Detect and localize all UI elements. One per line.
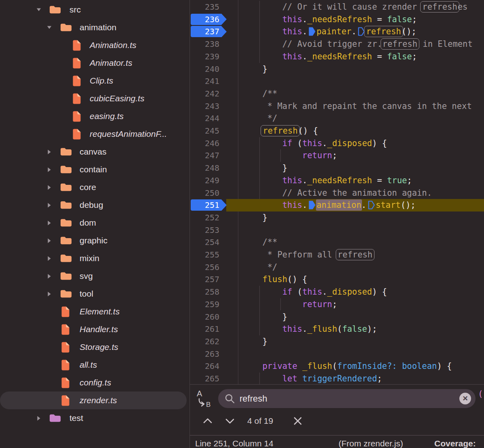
tree-item-label: Storage.ts xyxy=(80,342,118,352)
token: (); xyxy=(401,200,416,210)
tree-expand-chevron[interactable] xyxy=(47,149,53,155)
folder-icon-wrap xyxy=(60,163,73,176)
tree-item-test[interactable]: test xyxy=(0,409,190,427)
close-icon xyxy=(292,415,303,427)
tree-expand-chevron[interactable] xyxy=(47,220,53,226)
chevron-right-icon xyxy=(47,185,52,190)
token: ; xyxy=(412,15,417,24)
folder-icon xyxy=(49,5,61,15)
folder-icon-wrap xyxy=(60,21,73,34)
tree-expand-chevron[interactable] xyxy=(36,7,42,13)
tree-item-zrender-ts[interactable]: zrender.ts xyxy=(0,391,187,409)
tree-item-canvas[interactable]: canvas xyxy=(0,143,190,161)
ide-window: srcanimationAnimation.tsAnimator.tsClip.… xyxy=(0,0,484,448)
tree-item-tool[interactable]: tool xyxy=(0,285,190,303)
tree-item-label: all.ts xyxy=(80,360,97,370)
tree-item-label: mixin xyxy=(80,253,99,263)
tree-item-storage-ts[interactable]: Storage.ts xyxy=(0,338,190,356)
token: */ xyxy=(267,262,278,272)
tree-item-easing-ts[interactable]: easing.ts xyxy=(0,107,190,125)
code-editor[interactable]: 235 // Or it will cause zrender refreshe… xyxy=(190,0,484,384)
token: */ xyxy=(267,113,278,123)
code-text: this._needsRefresh = false; xyxy=(238,13,417,26)
token: = xyxy=(372,52,387,61)
svg-text:A: A xyxy=(197,389,202,398)
line-number: 244 xyxy=(205,112,219,125)
tree-item-src[interactable]: src xyxy=(0,1,190,19)
token: /** xyxy=(262,89,277,98)
tree-expand-chevron[interactable] xyxy=(47,238,53,243)
inlay-hint-icon[interactable] xyxy=(368,201,375,209)
folder-icon xyxy=(60,23,72,33)
line-number: 242 xyxy=(205,88,219,100)
tree-item-graphic[interactable]: graphic xyxy=(0,232,190,249)
tree-expand-chevron[interactable] xyxy=(47,255,53,261)
tree-item-dom[interactable]: dom xyxy=(0,214,190,232)
token: ; xyxy=(377,374,382,383)
tree-item-mixin[interactable]: mixin xyxy=(0,249,190,267)
tree-item-label: Animation.ts xyxy=(90,40,137,50)
tree-expand-chevron[interactable] xyxy=(47,273,53,279)
tree-item-label: canvas xyxy=(80,147,107,157)
tree-item-cubiceasing-ts[interactable]: cubicEasing.ts xyxy=(0,90,190,107)
status-line-column[interactable]: Line 251, Column 14 xyxy=(195,439,274,448)
chevron-right-icon xyxy=(47,149,52,155)
tree-expand-chevron[interactable] xyxy=(47,25,53,30)
tree-item-element-ts[interactable]: Element.ts xyxy=(0,303,190,320)
line-number: 261 xyxy=(205,323,219,335)
status-coverage[interactable]: Coverage: xyxy=(434,439,476,448)
tree-item-svg[interactable]: svg xyxy=(0,267,190,285)
token: . xyxy=(351,27,356,36)
code-line-243: 243 * Mark and repaint the canvas in the… xyxy=(190,100,484,113)
previous-match-button[interactable] xyxy=(202,415,213,427)
tree-expand-chevron[interactable] xyxy=(36,415,42,421)
token: ) { xyxy=(372,287,387,297)
line-number: 247 xyxy=(205,149,219,162)
file-icon xyxy=(61,323,70,335)
tree-item-clip-ts[interactable]: Clip.ts xyxy=(0,72,190,90)
file-icon xyxy=(72,92,82,105)
code-text: */ xyxy=(238,112,277,125)
token: _needsRefresh xyxy=(307,15,372,24)
tree-item-handler-ts[interactable]: Handler.ts xyxy=(0,320,190,338)
line-number: 262 xyxy=(205,335,219,348)
regex-toggle-button[interactable]: (.*) xyxy=(478,389,484,408)
file-icon-wrap xyxy=(61,323,74,336)
clear-search-button[interactable]: ✕ xyxy=(459,393,471,404)
search-input[interactable]: refresh ✕ xyxy=(218,389,476,408)
token: } xyxy=(262,337,267,346)
tree-item-label: test xyxy=(69,413,83,423)
tree-expand-chevron[interactable] xyxy=(47,291,53,297)
match-line-flag-tip xyxy=(221,14,227,25)
token: . xyxy=(322,287,327,297)
folder-icon-wrap xyxy=(60,252,73,265)
tree-item-label: animation xyxy=(80,23,116,32)
code-text: this._needsRefresh = true; xyxy=(238,174,412,187)
close-find-button[interactable] xyxy=(292,415,303,427)
code-line-261: 261 this._flush(false); xyxy=(190,323,484,335)
replace-toggle-button[interactable]: A B xyxy=(196,389,213,408)
code-text: if (this._disposed) { xyxy=(238,137,387,150)
tree-item-animator-ts[interactable]: Animator.ts xyxy=(0,54,190,72)
next-match-button[interactable] xyxy=(224,415,236,427)
tree-item-core[interactable]: core xyxy=(0,178,190,196)
tree-item-all-ts[interactable]: all.ts xyxy=(0,356,190,374)
tree-expand-chevron[interactable] xyxy=(47,167,53,172)
token: start xyxy=(376,200,401,210)
token: _disposed xyxy=(327,138,372,148)
tree-expand-chevron[interactable] xyxy=(47,184,53,190)
tree-item-requestanimationf[interactable]: requestAnimationF... xyxy=(0,125,190,143)
code-text: flush() { xyxy=(238,273,307,286)
inlay-hint-icon[interactable] xyxy=(309,27,316,36)
tree-item-contain[interactable]: contain xyxy=(0,161,190,178)
tree-expand-chevron[interactable] xyxy=(47,202,53,208)
chevron-right-icon xyxy=(47,167,52,172)
line-number: 250 xyxy=(205,187,219,199)
inlay-hint-icon[interactable] xyxy=(309,201,316,209)
tree-item-animation[interactable]: animation xyxy=(0,19,190,36)
tree-item-debug[interactable]: debug xyxy=(0,196,190,214)
svg-text:B: B xyxy=(206,401,210,408)
code-text: */ xyxy=(238,261,277,274)
tree-item-animation-ts[interactable]: Animation.ts xyxy=(0,36,190,54)
tree-item-config-ts[interactable]: config.ts xyxy=(0,374,190,391)
